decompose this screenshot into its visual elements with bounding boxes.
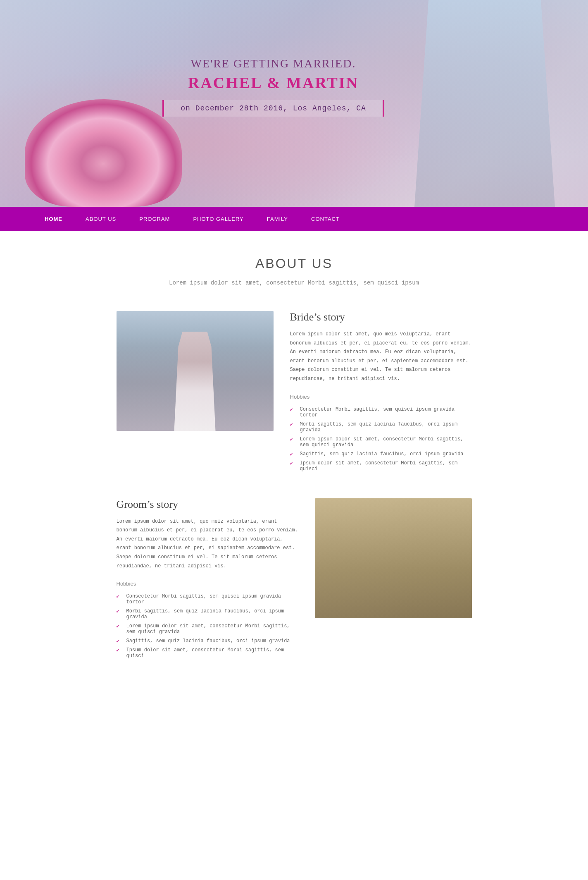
list-item: Sagittis, sem quiz lacinia faucibus, orc… (290, 450, 472, 459)
nav-link-gallery[interactable]: PHOTO GALLERY (181, 207, 255, 231)
groom-story-text: Groom’s story Lorem ipsum dolor sit amet… (117, 498, 298, 661)
list-item: Consectetur Morbi sagittis, sem quisci i… (290, 405, 472, 420)
main-nav: HOME ABOUT US PROGRAM PHOTO GALLERY FAMI… (0, 207, 588, 231)
about-section-header: ABOUT US Lorem ipsum dolor sit amet, con… (117, 256, 472, 286)
nav-item-contact[interactable]: CONTACT (300, 207, 351, 231)
bride-image (117, 311, 274, 431)
groom-story-title: Groom’s story (117, 498, 298, 511)
hero-subtitle: WE'RE GETTING MARRIED. (162, 57, 384, 70)
groom-hobbies-title: Hobbies (117, 581, 298, 587)
hero-couple-image (414, 0, 555, 207)
list-item: Sagittis, sem quiz lacinia faucibus, orc… (117, 636, 298, 646)
list-item: Lorem ipsum dolor sit amet, consectetur … (117, 622, 298, 636)
about-subtitle: Lorem ipsum dolor sit amet, consectetur … (117, 280, 472, 286)
list-item: Lorem ipsum dolor sit amet, consectetur … (290, 435, 472, 450)
hero-flowers-image (25, 99, 182, 207)
bride-story-text: Bride’s story Lorem ipsum dolor sit amet… (290, 311, 472, 473)
nav-link-contact[interactable]: CONTACT (300, 207, 351, 231)
nav-item-program[interactable]: PROGRAM (128, 207, 181, 231)
nav-link-family[interactable]: FAMILY (255, 207, 300, 231)
bride-story-body: Lorem ipsum dolor sit amet, quo meis vol… (290, 330, 472, 384)
list-item: Ipsum dolor sit amet, consectetur Morbi … (117, 646, 298, 660)
groom-story-row: Groom’s story Lorem ipsum dolor sit amet… (117, 498, 472, 661)
nav-item-gallery[interactable]: PHOTO GALLERY (181, 207, 255, 231)
nav-link-home[interactable]: HOME (33, 207, 74, 231)
nav-item-home[interactable]: HOME (33, 207, 74, 231)
main-content: ABOUT US Lorem ipsum dolor sit amet, con… (108, 231, 480, 710)
bride-story-row: Bride’s story Lorem ipsum dolor sit amet… (117, 311, 472, 473)
bride-figure (154, 332, 236, 431)
bride-story-title: Bride’s story (290, 311, 472, 323)
groom-story-body: Lorem ipsum dolor sit amet, quo meiz vol… (117, 517, 298, 571)
hero-names: RACHEL & MARTIN (162, 74, 384, 92)
list-item: Consectetur Morbi sagittis, sem quisci i… (117, 592, 298, 607)
bride-hobbies-title: Hobbies (290, 394, 472, 400)
hero-text-block: WE'RE GETTING MARRIED. RACHEL & MARTIN o… (162, 57, 384, 117)
nav-link-about[interactable]: ABOUT US (74, 207, 128, 231)
hero-section: WE'RE GETTING MARRIED. RACHEL & MARTIN o… (0, 0, 588, 207)
hero-date: on December 28th 2016, Los Angeles, CA (181, 104, 366, 112)
hero-date-bar: on December 28th 2016, Los Angeles, CA (162, 100, 384, 117)
list-item: Ipsum dolor sit amet, consectetur Morbi … (290, 459, 472, 473)
nav-item-family[interactable]: FAMILY (255, 207, 300, 231)
about-title: ABOUT US (117, 256, 472, 271)
list-item: Morbi sagittis, sem quiz lacinia faucibu… (290, 420, 472, 435)
bride-hobbies-list: Consectetur Morbi sagittis, sem quisci i… (290, 405, 472, 473)
groom-hobbies-list: Consectetur Morbi sagittis, sem quisci i… (117, 592, 298, 660)
groom-image (315, 498, 472, 618)
nav-item-about[interactable]: ABOUT US (74, 207, 128, 231)
nav-link-program[interactable]: PROGRAM (128, 207, 181, 231)
list-item: Morbi sagittis, sem quiz lacinia faucibu… (117, 607, 298, 622)
